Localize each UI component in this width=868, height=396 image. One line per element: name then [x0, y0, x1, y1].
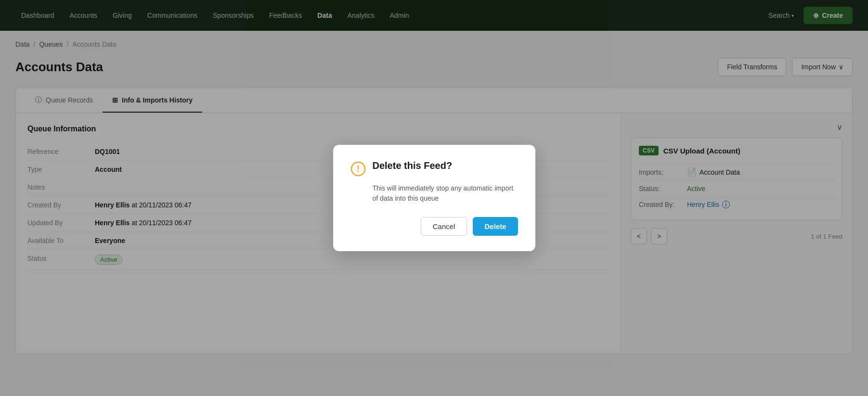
dialog-body: This will immediately stop any automatic…: [350, 183, 518, 204]
dialog-header: ! Delete this Feed?: [350, 160, 518, 177]
svg-text:!: !: [357, 164, 360, 174]
dialog-cancel-button[interactable]: Cancel: [421, 217, 467, 236]
dialog-title: Delete this Feed?: [373, 160, 453, 171]
dialog: ! Delete this Feed? This will immediatel…: [333, 145, 535, 251]
modal-overlay[interactable]: ! Delete this Feed? This will immediatel…: [0, 0, 868, 396]
dialog-warning-icon: !: [350, 161, 366, 177]
dialog-actions: Cancel Delete: [350, 217, 518, 236]
dialog-delete-button[interactable]: Delete: [473, 217, 518, 236]
